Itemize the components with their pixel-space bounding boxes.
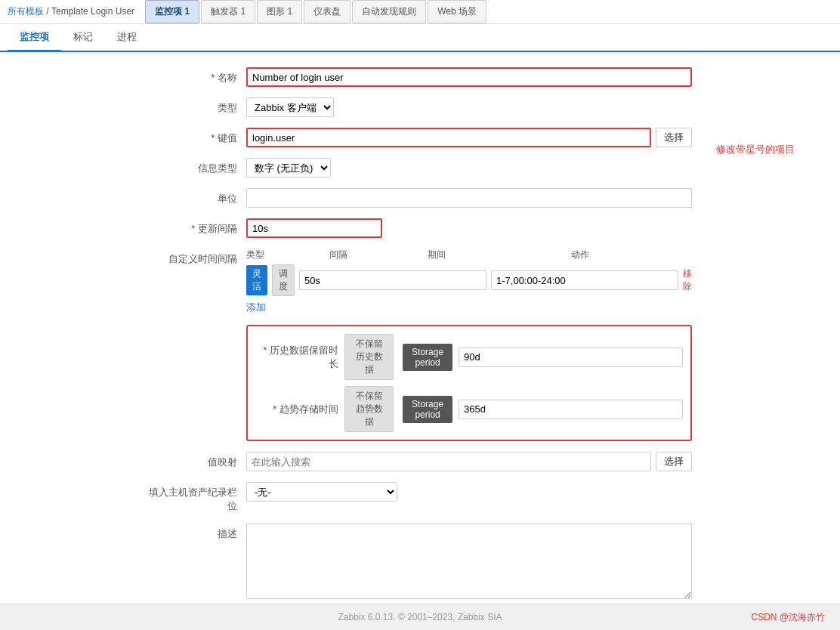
key-wrap: login.user 选择 [246, 128, 692, 147]
custom-interval-wrap: 类型 间隔 期间 动作 灵活 调度 50s 1-7,00:00-24:00 移除… [246, 249, 692, 314]
unit-wrap [246, 188, 692, 208]
update-interval-input[interactable]: 10s [246, 218, 382, 238]
interval-value-input[interactable]: 50s [299, 270, 486, 290]
top-navigation: 所有模板 / Template Login User 监控项 1 触发器 1 图… [0, 0, 840, 24]
history-no-keep-button[interactable]: 不保留历史数据 [344, 334, 394, 380]
top-tab-dashboard[interactable]: 仪表盘 [304, 0, 351, 23]
host-asset-wrap: -无- [246, 482, 692, 502]
interval-header-interval: 间隔 [329, 249, 420, 261]
name-input[interactable]: Number of login user [246, 67, 692, 87]
update-interval-label: * 更新间隔 [148, 218, 246, 236]
top-tab-autodiscovery[interactable]: 自动发现规则 [352, 0, 426, 23]
history-value-input[interactable]: 90d [459, 347, 683, 367]
name-label: * 名称 [148, 67, 246, 85]
top-tab-web-scenario[interactable]: Web 场景 [428, 0, 486, 23]
info-type-wrap: 数字 (无正负) [246, 158, 692, 178]
unit-input[interactable] [246, 188, 692, 208]
footer-text: Zabbix 6.0.13. © 2001–2023, Zabbix SIA [338, 612, 502, 622]
valuemap-input[interactable] [246, 452, 651, 471]
key-row: * 键值 login.user 选择 [148, 128, 692, 147]
type-label: 类型 [148, 97, 246, 115]
info-type-select[interactable]: 数字 (无正负) [246, 158, 331, 178]
second-tab-tags[interactable]: 标记 [61, 24, 105, 52]
unit-row: 单位 [148, 188, 692, 208]
key-label: * 键值 [148, 128, 246, 145]
type-wrap: Zabbix 客户端 [246, 97, 692, 117]
host-asset-select[interactable]: -无- [246, 482, 397, 502]
description-textarea[interactable] [246, 523, 692, 599]
interval-delete-link[interactable]: 移除 [683, 267, 692, 293]
info-type-row: 信息类型 数字 (无正负) [148, 158, 692, 178]
top-tab-graphs[interactable]: 图形 1 [257, 0, 302, 23]
key-input[interactable]: login.user [246, 128, 651, 147]
type-row: 类型 Zabbix 客户端 [148, 97, 692, 117]
interval-header: 类型 间隔 期间 动作 [246, 249, 692, 261]
storage-section-row: * 历史数据保留时长 不保留历史数据 Storage period 90d * … [148, 325, 692, 441]
type-select[interactable]: Zabbix 客户端 [246, 97, 334, 117]
trend-value-input[interactable]: 365d [459, 400, 683, 419]
unit-label: 单位 [148, 188, 246, 205]
footer-right-text: CSDN @沈海赤竹 [751, 612, 825, 622]
interval-header-type: 类型 [246, 249, 322, 261]
valuemap-row: 值映射 选择 [148, 452, 692, 471]
description-label: 描述 [148, 523, 246, 541]
form-section: * 名称 Number of login user 类型 Zabbix 客户端 … [148, 67, 692, 630]
second-tab-monitoring[interactable]: 监控项 [8, 24, 61, 52]
name-row: * 名称 Number of login user [148, 67, 692, 87]
top-tab-monitoring-items[interactable]: 监控项 1 [145, 0, 199, 23]
trend-label: * 趋势存储时间 [255, 403, 338, 416]
name-wrap: Number of login user [246, 67, 692, 87]
storage-box: * 历史数据保留时长 不保留历史数据 Storage period 90d * … [246, 325, 692, 441]
history-storage-row: * 历史数据保留时长 不保留历史数据 Storage period 90d [255, 334, 683, 380]
update-interval-wrap: 10s [246, 218, 692, 238]
valuemap-label: 值映射 [148, 452, 246, 469]
custom-interval-label: 自定义时间间隔 [148, 249, 246, 266]
footer: Zabbix 6.0.13. © 2001–2023, Zabbix SIA [0, 604, 840, 630]
breadcrumb-all-templates[interactable]: 所有模板 [8, 6, 44, 17]
interval-row-0: 灵活 调度 50s 1-7,00:00-24:00 移除 [246, 264, 692, 296]
interval-type-flexible[interactable]: 灵活 [246, 265, 267, 295]
second-tab-progress[interactable]: 进程 [105, 24, 149, 52]
side-note: 修改带星号的项目 [716, 143, 795, 156]
interval-header-action: 动作 [571, 249, 616, 261]
host-asset-label: 填入主机资产纪录栏位 [148, 482, 246, 513]
trend-storage-period-button[interactable]: Storage period [403, 396, 452, 423]
storage-section-wrap: * 历史数据保留时长 不保留历史数据 Storage period 90d * … [246, 325, 692, 441]
interval-type-schedule[interactable]: 调度 [272, 264, 295, 296]
trend-no-keep-button[interactable]: 不保留趋势数据 [344, 386, 394, 432]
update-interval-row: * 更新间隔 10s [148, 218, 692, 238]
key-select-button[interactable]: 选择 [656, 128, 692, 147]
description-row: 描述 [148, 523, 692, 601]
host-asset-row: 填入主机资产纪录栏位 -无- [148, 482, 692, 513]
breadcrumb: 所有模板 / Template Login User [8, 5, 134, 18]
history-storage-period-button[interactable]: Storage period [403, 344, 452, 371]
interval-add-row: 添加 [246, 301, 692, 314]
second-navigation: 监控项 标记 进程 [0, 24, 840, 52]
top-tab-triggers[interactable]: 触发器 1 [201, 0, 255, 23]
custom-interval-row: 自定义时间间隔 类型 间隔 期间 动作 灵活 调度 50s 1-7,00:00-… [148, 249, 692, 314]
interval-add-link[interactable]: 添加 [246, 301, 266, 313]
top-tabs: 监控项 1 触发器 1 图形 1 仪表盘 自动发现规则 Web 场景 [145, 0, 488, 23]
interval-period-input[interactable]: 1-7,00:00-24:00 [491, 270, 678, 290]
trend-storage-row: * 趋势存储时间 不保留趋势数据 Storage period 365d [255, 386, 683, 432]
interval-header-period: 期间 [428, 249, 564, 261]
valuemap-select-button[interactable]: 选择 [656, 452, 692, 471]
main-content: 修改带星号的项目 * 名称 Number of login user 类型 Za… [0, 52, 840, 630]
breadcrumb-template-name: Template Login User [51, 6, 134, 17]
info-type-label: 信息类型 [148, 158, 246, 175]
history-label: * 历史数据保留时长 [255, 344, 338, 371]
footer-right: CSDN @沈海赤竹 [751, 611, 825, 624]
description-wrap [246, 523, 692, 601]
valuemap-wrap: 选择 [246, 452, 692, 471]
